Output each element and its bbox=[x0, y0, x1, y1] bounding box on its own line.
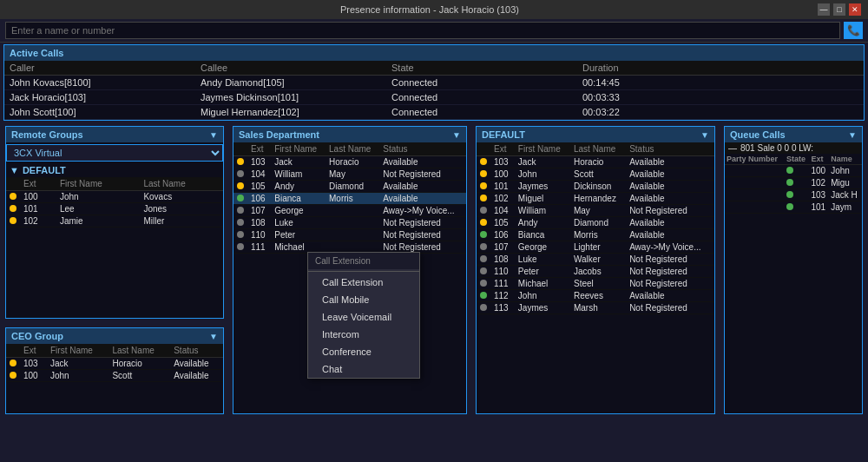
status-dot bbox=[10, 193, 16, 200]
ceo-col-ext: Ext bbox=[20, 344, 47, 358]
bottom-area: Remote Groups ▼ 3CX Virtual ▼ DEFAULT Ex… bbox=[0, 122, 868, 418]
dg-col-state: Status bbox=[626, 142, 714, 156]
ceo-group-table: Ext First Name Last Name Status 103 Jack… bbox=[6, 344, 223, 382]
list-item[interactable]: 108 Luke Not Registered bbox=[233, 217, 466, 229]
sd-col-status bbox=[233, 142, 247, 156]
list-item[interactable]: 112 John Reeves Available bbox=[477, 290, 714, 302]
context-menu-header: Call Extension bbox=[308, 253, 419, 269]
status-dot bbox=[237, 170, 244, 177]
remote-group-select[interactable]: 3CX Virtual bbox=[6, 144, 223, 162]
menu-item-call-extension[interactable]: Call Extension bbox=[308, 274, 419, 291]
minimize-button[interactable]: — bbox=[818, 3, 830, 16]
status-dot bbox=[480, 255, 487, 262]
dg-col-status bbox=[477, 142, 490, 156]
list-item[interactable]: 105 Andy Diamond Available bbox=[233, 181, 466, 193]
sd-col-lastname: Last Name bbox=[326, 142, 379, 156]
status-dot bbox=[480, 182, 487, 189]
maximize-button[interactable]: □ bbox=[833, 3, 845, 16]
dg-col-firstname: First Name bbox=[515, 142, 570, 156]
status-dot bbox=[480, 243, 487, 250]
status-dot bbox=[480, 170, 487, 177]
list-item[interactable]: 101 Jaymes Dickinson Available bbox=[477, 181, 714, 193]
list-item[interactable]: 105 Andy Diamond Available bbox=[477, 217, 714, 229]
title-bar-controls: — □ ✕ bbox=[818, 3, 861, 16]
close-button[interactable]: ✕ bbox=[849, 3, 861, 16]
table-row[interactable]: John Scott[100] Miguel Hernandez[102] Co… bbox=[4, 105, 864, 120]
list-item[interactable]: 103 Jack H bbox=[725, 189, 862, 201]
rg-col-ext: Ext bbox=[20, 177, 56, 191]
list-item[interactable]: 110 Peter Not Registered bbox=[233, 229, 466, 241]
queue-calls-table: Party Number State Ext Name 100 John 102… bbox=[725, 154, 862, 214]
status-dot bbox=[480, 219, 487, 226]
list-item[interactable]: 103 Jack Horacio Available bbox=[477, 156, 714, 168]
sales-department-table: Ext First Name Last Name Status 103 Jack… bbox=[233, 142, 466, 254]
list-item[interactable]: 110 Peter Jacobs Not Registered bbox=[477, 266, 714, 278]
menu-item-call-mobile[interactable]: Call Mobile bbox=[308, 291, 419, 308]
list-item[interactable]: 100 John Scott Available bbox=[6, 370, 223, 382]
list-item[interactable]: 111 Michael Steel Not Registered bbox=[477, 278, 714, 290]
list-item[interactable]: 101 Jaym bbox=[725, 201, 862, 214]
list-item[interactable]: 103 Jack Horacio Available bbox=[233, 156, 466, 168]
list-item[interactable]: 102 Jamie Miller bbox=[6, 215, 223, 228]
status-dot bbox=[480, 292, 487, 299]
menu-item-leave-voicemail[interactable]: Leave Voicemail bbox=[308, 308, 419, 326]
default-group-panel: DEFAULT ▼ Ext First Name Last Name Statu… bbox=[476, 126, 715, 414]
status-dot bbox=[786, 191, 793, 198]
list-item[interactable]: 107 George Away->My Voice... bbox=[233, 205, 466, 217]
status-dot bbox=[237, 231, 244, 238]
default-group-label: ▼ DEFAULT bbox=[6, 163, 223, 177]
list-item[interactable]: 104 William May Not Registered bbox=[233, 168, 466, 181]
list-item[interactable]: 106 Bianca Morris Available bbox=[233, 193, 466, 205]
qc-col-party: Party Number bbox=[725, 154, 785, 165]
list-item[interactable]: 106 Bianca Morris Available bbox=[477, 229, 714, 241]
table-row[interactable]: John Kovacs[8100] Andy Diamond[105] Conn… bbox=[4, 76, 864, 90]
phone-icon-button[interactable]: 📞 bbox=[844, 22, 863, 39]
list-item[interactable]: 101 Lee Jones bbox=[6, 203, 223, 215]
col-duration: Duration bbox=[577, 61, 864, 76]
search-bar: 📞 bbox=[0, 19, 868, 43]
status-dot bbox=[10, 205, 16, 212]
status-dot bbox=[10, 372, 16, 379]
queue-calls-panel: Queue Calls ▼ — 801 Sale 0 0 0 LW: Party… bbox=[724, 126, 863, 414]
list-item[interactable]: 100 John Scott Available bbox=[477, 168, 714, 181]
status-dot bbox=[480, 195, 487, 201]
search-input[interactable] bbox=[5, 22, 840, 39]
list-item[interactable]: 102 Migu bbox=[725, 177, 862, 189]
title-bar: Presence information - Jack Horacio (103… bbox=[0, 0, 868, 19]
list-item[interactable]: 100 John bbox=[725, 165, 862, 177]
queue-minus[interactable]: — bbox=[728, 143, 737, 153]
col-caller: Caller bbox=[4, 61, 195, 76]
title-bar-title: Presence information - Jack Horacio (103… bbox=[42, 4, 818, 15]
ceo-group-arrow: ▼ bbox=[209, 332, 218, 341]
menu-item-intercom[interactable]: Intercom bbox=[308, 326, 419, 343]
status-dot bbox=[786, 179, 793, 186]
queue-info-row: — 801 Sale 0 0 0 LW: bbox=[725, 142, 862, 154]
list-item[interactable]: 108 Luke Walker Not Registered bbox=[477, 254, 714, 266]
list-item[interactable]: 104 William May Not Registered bbox=[477, 205, 714, 217]
dg-col-lastname: Last Name bbox=[570, 142, 626, 156]
sales-department-header: Sales Department ▼ bbox=[233, 127, 466, 142]
rg-col-lastname: Last Name bbox=[140, 177, 223, 191]
status-dot bbox=[237, 182, 244, 189]
remote-groups-panel: Remote Groups ▼ 3CX Virtual ▼ DEFAULT Ex… bbox=[5, 126, 224, 319]
list-item[interactable]: 113 Jaymes Marsh Not Registered bbox=[477, 302, 714, 314]
table-row[interactable]: Jack Horacio[103] Jaymes Dickinson[101] … bbox=[4, 90, 864, 105]
ceo-col-firstname: First Name bbox=[47, 344, 108, 358]
list-item[interactable]: 107 George Lighter Away->My Voice... bbox=[477, 241, 714, 254]
status-dot bbox=[10, 360, 16, 366]
qc-col-ext: Ext bbox=[810, 154, 830, 165]
rg-col-status bbox=[6, 177, 20, 191]
ceo-group-panel: CEO Group ▼ Ext First Name Last Name Sta… bbox=[5, 327, 224, 414]
list-item[interactable]: 103 Jack Horacio Available bbox=[6, 358, 223, 370]
list-item[interactable]: 102 Miguel Hernandez Available bbox=[477, 193, 714, 205]
menu-item-conference[interactable]: Conference bbox=[308, 343, 419, 360]
active-calls-table: Caller Callee State Duration John Kovacs… bbox=[4, 61, 864, 120]
queue-calls-header: Queue Calls ▼ bbox=[725, 127, 862, 142]
list-item[interactable]: 100 John Kovacs bbox=[6, 191, 223, 203]
queue-calls-arrow: ▼ bbox=[848, 130, 857, 140]
qc-col-name: Name bbox=[829, 154, 862, 165]
rg-col-firstname: First Name bbox=[56, 177, 141, 191]
col-callee: Callee bbox=[195, 61, 386, 76]
menu-item-chat[interactable]: Chat bbox=[308, 360, 419, 378]
remote-groups-header: Remote Groups ▼ bbox=[6, 127, 223, 142]
